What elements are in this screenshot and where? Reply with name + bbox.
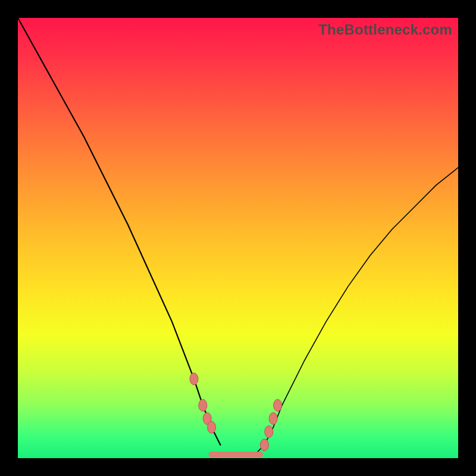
curve-layer [18,18,458,458]
chart-frame: TheBottleneck.com [0,0,476,476]
curve-markers [190,373,282,451]
curve-marker [190,373,198,385]
curve-marker [265,426,273,438]
curve-marker [208,421,216,433]
curve-marker [269,412,277,424]
plot-area: TheBottleneck.com [18,18,458,458]
curve-marker [199,399,207,411]
curve-marker [274,399,282,411]
curve-marker [260,439,268,451]
bottleneck-curve-right [256,168,458,454]
